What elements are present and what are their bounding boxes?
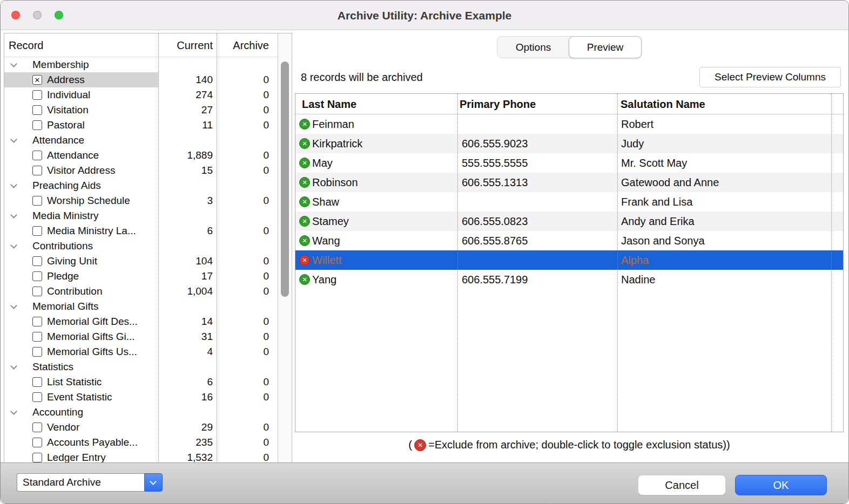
record-label: List Statistic [47,376,102,388]
table-row[interactable]: Robinson 606.555.1313 Gatewood and Anne [295,173,843,192]
record-label: Visitation [47,104,89,116]
tree-group-row[interactable]: Preaching Aids [4,178,278,193]
checkbox[interactable] [32,226,42,236]
chevron-down-icon[interactable] [10,363,18,371]
record-list-header: Record Current Archive [4,33,278,57]
chevron-down-icon[interactable] [10,302,18,311]
tree-item-row[interactable]: Memorial Gifts Gi... 31 0 [4,329,278,344]
exclude-toggle-icon[interactable] [299,274,310,285]
record-label: Media Ministry La... [47,225,136,237]
table-row[interactable]: Willett Alpha [295,250,843,270]
checkbox[interactable] [32,377,42,387]
table-row[interactable]: Stamey 606.555.0823 Andy and Erika [295,212,843,231]
archive-count [217,178,269,193]
checkbox[interactable] [32,317,42,326]
current-count: 104 [159,254,213,269]
exclude-toggle-icon[interactable] [299,216,310,227]
record-tree-scrollbar[interactable] [278,33,292,463]
exclude-toggle-icon[interactable] [299,196,310,207]
tree-item-row[interactable]: Visitation 27 0 [4,103,278,118]
checkbox[interactable] [32,256,42,266]
tree-item-row[interactable]: Accounts Payable... 235 0 [4,435,278,450]
tree-item-row[interactable]: Contribution 1,004 0 [4,284,278,299]
legend-prefix: ( [408,439,412,451]
checkbox[interactable] [32,75,42,85]
archive-count: 0 [217,420,269,435]
current-count [159,239,213,254]
checkbox[interactable] [32,105,42,115]
chevron-down-icon[interactable] [10,136,18,145]
current-count: 31 [159,329,213,344]
tree-item-row[interactable]: Giving Unit 104 0 [4,254,278,269]
tree-group-row[interactable]: Membership [4,57,278,72]
checkbox[interactable] [32,271,42,281]
tree-item-row[interactable]: Ledger Entry 1,532 0 [4,450,278,464]
archive-type-combobox[interactable]: Standard Archive [17,473,163,492]
checkbox[interactable] [32,196,42,206]
current-count [159,405,213,420]
exclude-toggle-icon[interactable] [299,138,310,149]
tree-item-row[interactable]: Visitor Address 15 0 [4,163,278,178]
last-name-cell: Shaw [312,196,339,208]
table-row[interactable]: Yang 606.555.7199 Nadine [295,270,843,289]
tree-item-row[interactable]: List Statistic 6 0 [4,374,278,390]
combo-dropdown-button[interactable] [144,473,163,492]
last-name-column-header: Last Name [302,94,356,114]
salutation-name-cell: Gatewood and Anne [621,176,719,189]
tree-item-row[interactable]: Vendor 29 0 [4,420,278,435]
record-label: Visitor Address [47,165,115,176]
checkbox[interactable] [32,438,42,447]
tree-item-row[interactable]: Individual 274 0 [4,87,278,103]
tab-options[interactable]: Options [497,37,569,58]
chevron-down-icon[interactable] [10,408,18,417]
exclude-toggle-icon[interactable] [299,158,310,168]
checkbox[interactable] [32,287,42,296]
checkbox[interactable] [32,151,42,160]
checkbox[interactable] [32,120,42,130]
cancel-button[interactable]: Cancel [638,475,726,495]
checkbox[interactable] [32,166,42,175]
chevron-down-icon[interactable] [10,60,18,69]
table-row[interactable]: Shaw Frank and Lisa [295,192,843,212]
checkbox[interactable] [32,423,42,432]
table-row[interactable]: Kirkpatrick 606.555.9023 Judy [295,134,843,153]
tree-group-row[interactable]: Statistics [4,359,278,374]
tree-item-row[interactable]: Event Statistic 16 0 [4,390,278,405]
tree-item-row[interactable]: Memorial Gift Des... 14 0 [4,314,278,329]
current-count: 4 [159,344,213,359]
checkbox[interactable] [32,332,42,342]
table-row[interactable]: Wang 606.555.8765 Jason and Sonya [295,231,843,250]
tree-item-row[interactable]: Pledge 17 0 [4,269,278,284]
archive-type-value[interactable]: Standard Archive [17,473,144,492]
exclude-toggle-icon[interactable] [299,177,310,188]
tree-group-row[interactable]: Attendance [4,133,278,148]
tree-item-row[interactable]: Address 140 0 [4,72,278,87]
table-row[interactable]: Feinman Robert [295,114,843,134]
window-title: Archive Utility: Archive Example [1,1,848,30]
exclude-toggle-icon[interactable] [299,119,310,130]
tree-group-row[interactable]: Contributions [4,239,278,254]
ok-button[interactable]: OK [735,475,827,495]
tree-item-row[interactable]: Pastoral 11 0 [4,118,278,133]
select-preview-columns-button[interactable]: Select Preview Columns [699,67,841,87]
tree-item-row[interactable]: Attendance 1,889 0 [4,148,278,163]
exclude-toggle-icon[interactable] [299,235,310,246]
tab-preview[interactable]: Preview [569,36,642,58]
tree-item-row[interactable]: Memorial Gifts Us... 4 0 [4,344,278,359]
chevron-down-icon[interactable] [10,181,18,190]
exclude-toggle-icon[interactable] [299,255,310,265]
tree-group-row[interactable]: Memorial Gifts [4,299,278,314]
checkbox[interactable] [32,392,42,402]
tree-item-row[interactable]: Worship Schedule 3 0 [4,193,278,208]
chevron-down-icon[interactable] [10,242,18,250]
checkbox[interactable] [32,347,42,357]
chevron-down-icon[interactable] [10,212,18,220]
checkbox[interactable] [32,90,42,100]
scrollbar-thumb[interactable] [281,62,289,297]
archive-count: 0 [217,344,269,359]
table-row[interactable]: May 555.555.5555 Mr. Scott May [295,153,843,173]
tree-group-row[interactable]: Accounting [4,405,278,420]
tree-group-row[interactable]: Media Ministry [4,208,278,223]
tree-item-row[interactable]: Media Ministry La... 6 0 [4,223,278,239]
checkbox[interactable] [32,453,42,462]
